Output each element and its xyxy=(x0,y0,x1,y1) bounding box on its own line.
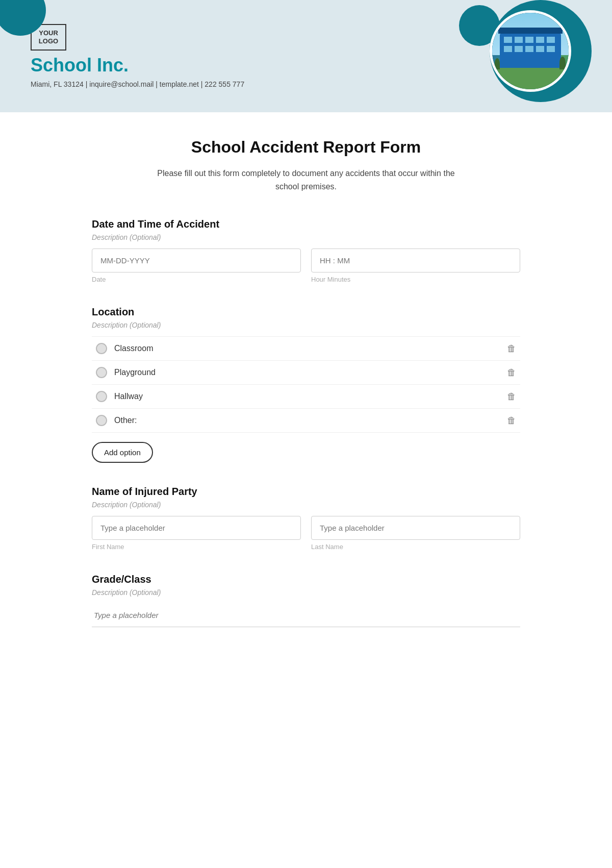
school-photo xyxy=(490,10,571,92)
add-option-label: Add option xyxy=(104,448,141,457)
date-input[interactable] xyxy=(92,249,301,272)
last-name-label: Last Name xyxy=(311,543,520,551)
date-input-group: Date xyxy=(92,249,301,283)
delete-hallway-icon[interactable]: 🗑 xyxy=(507,391,516,402)
add-option-button[interactable]: Add option xyxy=(92,442,153,463)
radio-classroom-label: Classroom xyxy=(114,344,153,353)
delete-other-icon[interactable]: 🗑 xyxy=(507,415,516,426)
time-label: Hour Minutes xyxy=(311,276,520,283)
form-subtitle: Please fill out this form completely to … xyxy=(92,167,520,193)
section-grade: Grade/Class Description (Optional) xyxy=(92,574,520,627)
section-location: Location Description (Optional) Classroo… xyxy=(92,306,520,463)
time-input-group: Hour Minutes xyxy=(311,249,520,283)
radio-other-circle[interactable] xyxy=(96,415,107,426)
section-grade-title: Grade/Class xyxy=(92,574,520,585)
location-options: Classroom 🗑 Playground 🗑 Hallway 🗑 xyxy=(92,336,520,433)
section-location-title: Location xyxy=(92,306,520,318)
radio-classroom-circle[interactable] xyxy=(96,343,107,354)
time-input[interactable] xyxy=(311,249,520,272)
header-left: YOUR LOGO School Inc. Miami, FL 33124 | … xyxy=(31,24,244,88)
last-name-input[interactable] xyxy=(311,516,520,540)
radio-hallway-label: Hallway xyxy=(114,392,143,401)
list-item: Other: 🗑 xyxy=(92,409,520,433)
section-datetime: Date and Time of Accident Description (O… xyxy=(92,218,520,283)
section-injured-desc: Description (Optional) xyxy=(92,501,520,509)
radio-playground-circle[interactable] xyxy=(96,367,107,378)
date-label: Date xyxy=(92,276,301,283)
radio-other-left: Other: xyxy=(96,415,137,426)
school-name: School Inc. xyxy=(31,55,244,76)
radio-other-label: Other: xyxy=(114,416,137,425)
radio-hallway-left: Hallway xyxy=(96,391,143,402)
last-name-group: Last Name xyxy=(311,516,520,551)
first-name-input[interactable] xyxy=(92,516,301,540)
radio-hallway-circle[interactable] xyxy=(96,391,107,402)
section-datetime-desc: Description (Optional) xyxy=(92,233,520,241)
radio-classroom-left: Classroom xyxy=(96,343,153,354)
delete-classroom-icon[interactable]: 🗑 xyxy=(507,343,516,354)
delete-playground-icon[interactable]: 🗑 xyxy=(507,367,516,378)
logo-line2: LOGO xyxy=(39,37,58,45)
first-name-label: First Name xyxy=(92,543,301,551)
form-title: School Accident Report Form xyxy=(92,138,520,157)
first-name-group: First Name xyxy=(92,516,301,551)
main-content: School Accident Report Form Please fill … xyxy=(0,112,612,676)
section-datetime-title: Date and Time of Accident xyxy=(92,218,520,230)
header-right xyxy=(439,15,581,97)
list-item: Classroom 🗑 xyxy=(92,336,520,361)
radio-playground-left: Playground xyxy=(96,367,156,378)
injured-input-row: First Name Last Name xyxy=(92,516,520,551)
section-grade-desc: Description (Optional) xyxy=(92,588,520,597)
section-injured-party: Name of Injured Party Description (Optio… xyxy=(92,486,520,551)
section-injured-title: Name of Injured Party xyxy=(92,486,520,498)
section-location-desc: Description (Optional) xyxy=(92,321,520,329)
datetime-input-row: Date Hour Minutes xyxy=(92,249,520,283)
school-photo-inner xyxy=(492,13,569,89)
contact-info: Miami, FL 33124 | inquire@school.mail | … xyxy=(31,80,244,88)
radio-playground-label: Playground xyxy=(114,368,156,377)
list-item: Playground 🗑 xyxy=(92,361,520,385)
grade-input[interactable] xyxy=(92,604,520,627)
header: YOUR LOGO School Inc. Miami, FL 33124 | … xyxy=(0,0,612,112)
logo-line1: YOUR xyxy=(39,29,58,37)
list-item: Hallway 🗑 xyxy=(92,385,520,409)
